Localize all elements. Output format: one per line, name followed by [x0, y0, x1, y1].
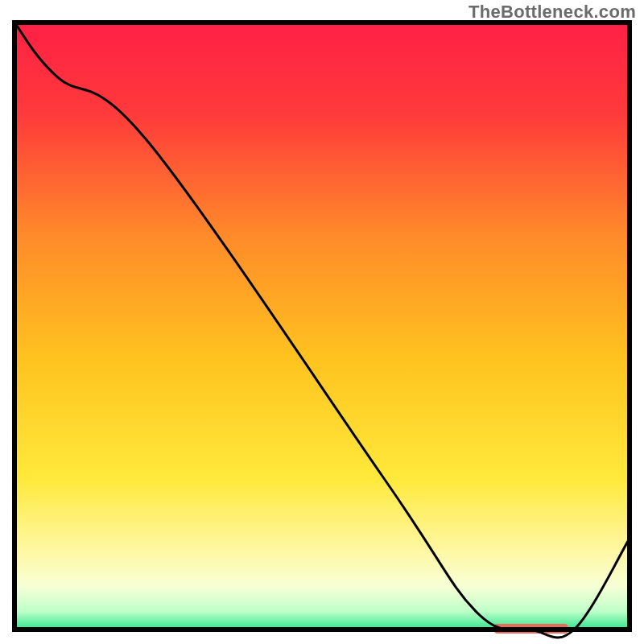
- gradient-background: [14, 23, 630, 630]
- chart-svg: [0, 0, 644, 644]
- plot-area: [14, 23, 630, 638]
- watermark-text: TheBottleneck.com: [469, 2, 636, 23]
- bottleneck-chart: TheBottleneck.com: [0, 0, 644, 644]
